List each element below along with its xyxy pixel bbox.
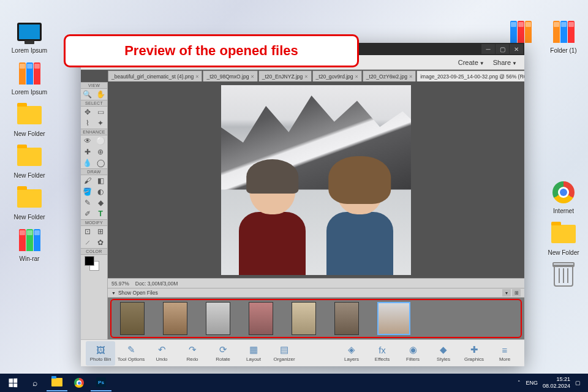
desktop-icon[interactable]: Lorem Ipsum	[11, 18, 48, 54]
thumbnail[interactable]	[163, 302, 187, 335]
panel-menu-icon[interactable]: ▾	[502, 289, 511, 296]
canvas-viewport[interactable]	[108, 82, 524, 278]
close-tab-icon[interactable]: ×	[195, 74, 198, 80]
active-image	[221, 85, 411, 275]
toolbar-effects[interactable]: fxEffects	[368, 341, 397, 366]
eye-tool-icon[interactable]: 👁	[81, 135, 94, 146]
tool-cat-color: COLOR	[81, 248, 107, 255]
desktop-icon[interactable]: New Folder	[11, 143, 48, 179]
zoom-tool-icon[interactable]: 🔍	[81, 89, 94, 100]
sponge-tool-icon[interactable]: ◯	[94, 157, 108, 168]
thumbnail[interactable]	[292, 302, 316, 335]
toolbar-organizer[interactable]: ▤Organizer	[270, 341, 299, 366]
maximize-button[interactable]: ▢	[496, 44, 509, 54]
tray-chevron-icon[interactable]: ˄	[518, 380, 521, 386]
toolbar-photo-bin[interactable]: 🖼Photo Bin	[86, 341, 115, 366]
document-tab[interactable]: _beautiful_girl_cinematic_st (4).png×	[108, 70, 202, 81]
tool-cat-enhance: ENHANCE	[81, 129, 107, 135]
document-tab[interactable]: image_2023-09-25_14-00-32.png @ 56% (RGB…	[417, 70, 524, 81]
shape-tool-icon[interactable]: ◆	[94, 197, 108, 208]
desktop-icon[interactable]: New Folder	[11, 185, 48, 221]
tray-language[interactable]: ENG	[526, 380, 538, 386]
heal-tool-icon[interactable]: ✚	[81, 146, 94, 157]
document-tab[interactable]: _t20_98QmxO.jpg×	[203, 70, 257, 81]
toolbar-layers[interactable]: ◈Layers	[337, 341, 366, 366]
canvas-statusbar: 55.97% Doc: 3,00M/3,00M	[108, 278, 524, 288]
photo-editor-window: ─ ▢ ✕ Create▼ Share▼ _beautiful_girl_cin…	[81, 43, 524, 366]
brush-tool-icon[interactable]: 🖌	[81, 175, 94, 186]
zoom-level[interactable]: 55.97%	[111, 281, 129, 287]
desktop-icon[interactable]: Folder (1)	[545, 18, 582, 54]
hand-tool-icon[interactable]: ✋	[94, 89, 108, 100]
thumbnail[interactable]	[249, 302, 273, 335]
close-tab-icon[interactable]: ×	[355, 74, 358, 80]
bottom-toolbar: 🖼Photo Bin✎Tool Options↶Undo↷Redo⟳Rotate…	[81, 339, 524, 366]
toolbar-undo[interactable]: ↶Undo	[147, 341, 176, 366]
clone-tool-icon[interactable]: ⊕	[94, 146, 108, 157]
panel-grid-icon[interactable]: ⊞	[512, 289, 521, 296]
toolbar-filters[interactable]: ◉Filters	[398, 341, 428, 366]
desktop-icon[interactable]: Win-rar	[11, 227, 48, 262]
desktop-icon[interactable]	[545, 262, 582, 291]
blur-tool-icon[interactable]: 💧	[81, 157, 94, 168]
eraser-tool-icon[interactable]: ◧	[94, 175, 108, 186]
photoshop-button[interactable]: Ps	[91, 374, 111, 391]
taskbar: ⌕ Ps ˄ ENG 15:21 08.02.2024 ▢	[0, 374, 588, 392]
document-tab[interactable]: _t20_OzY6w2.jpg×	[363, 70, 416, 81]
photobin-header[interactable]: ▼ Show Open Files ▾⊞	[108, 288, 524, 298]
toolbar-graphics[interactable]: ✚Graphics	[459, 341, 489, 366]
crop-tool-icon[interactable]: ⊡	[81, 226, 94, 237]
minimize-button[interactable]: ─	[481, 44, 495, 54]
bucket-tool-icon[interactable]: 🪣	[81, 186, 94, 197]
toolbar-tool-options[interactable]: ✎Tool Options	[116, 341, 146, 366]
color-swatch[interactable]	[83, 256, 105, 272]
file-explorer-button[interactable]	[47, 374, 67, 391]
annotation-callout: Preview of the opened files	[64, 34, 359, 67]
tool-cat-select: SELECT	[81, 100, 107, 107]
picker-tool-icon[interactable]: ✎	[81, 197, 94, 208]
menu-create[interactable]: Create▼	[458, 59, 484, 66]
thumbnail[interactable]	[120, 302, 145, 335]
search-button[interactable]: ⌕	[24, 374, 45, 391]
straighten-tool-icon[interactable]: ⟋	[81, 237, 94, 248]
close-tab-icon[interactable]: ×	[409, 74, 412, 80]
desktop-icon[interactable]: Internet	[545, 179, 582, 214]
chrome-button[interactable]	[69, 374, 89, 391]
notifications-icon[interactable]: ▢	[575, 380, 581, 386]
close-tab-icon[interactable]: ×	[304, 74, 307, 80]
start-button[interactable]	[2, 374, 23, 391]
document-tab[interactable]: _t20_gov9rd.jpg×	[312, 70, 362, 81]
text-tool-icon[interactable]: T	[94, 208, 108, 219]
document-tab[interactable]: _t20_EnJNYZ.jpg×	[258, 70, 312, 81]
desktop-icon[interactable]: New Folder	[545, 221, 582, 256]
toolbar-styles[interactable]: ◆Styles	[429, 341, 458, 366]
annotation-text: Preview of the opened files	[124, 43, 298, 59]
close-button[interactable]: ✕	[510, 44, 523, 54]
pencil-tool-icon[interactable]: ✐	[81, 208, 94, 219]
marquee-tool-icon[interactable]: ▭	[94, 107, 108, 118]
toolbar-redo[interactable]: ↷Redo	[178, 341, 207, 366]
cookie-tool-icon[interactable]: ✿	[94, 237, 108, 248]
desktop-icon[interactable]: New Folder	[11, 102, 48, 137]
menu-share[interactable]: Share▼	[493, 59, 517, 66]
desktop-icon[interactable]: Lorem Ipsum	[11, 60, 48, 96]
photo-bin	[108, 298, 524, 339]
toolbar-layout[interactable]: ▦Layout	[239, 341, 268, 366]
move-tool-icon[interactable]: ✥	[81, 107, 94, 118]
doc-size: Doc: 3,00M/3,00M	[135, 281, 178, 287]
toolbar-rotate[interactable]: ⟳Rotate	[208, 341, 238, 366]
thumbnail-selected[interactable]	[377, 302, 410, 335]
lasso-tool-icon[interactable]: ⌇	[81, 118, 94, 129]
tooth-tool-icon[interactable]: ⚪	[94, 135, 108, 146]
recompose-tool-icon[interactable]: ⊞	[94, 226, 108, 237]
toolbar-more[interactable]: ≡More	[490, 341, 519, 366]
chevron-down-icon: ▼	[111, 291, 116, 295]
close-tab-icon[interactable]: ×	[251, 74, 254, 80]
gradient-tool-icon[interactable]: ◐	[94, 186, 108, 197]
thumbnail[interactable]	[334, 302, 359, 335]
wand-tool-icon[interactable]: ✦	[94, 118, 108, 129]
work-area: VIEW 🔍✋ SELECT ✥▭ ⌇✦ ENHANCE 👁⚪ ✚⊕ 💧◯ DR…	[81, 82, 524, 339]
tool-cat-draw: DRAW	[81, 168, 107, 175]
tray-clock[interactable]: 15:21 08.02.2024	[543, 376, 570, 390]
thumbnail[interactable]	[206, 302, 230, 335]
